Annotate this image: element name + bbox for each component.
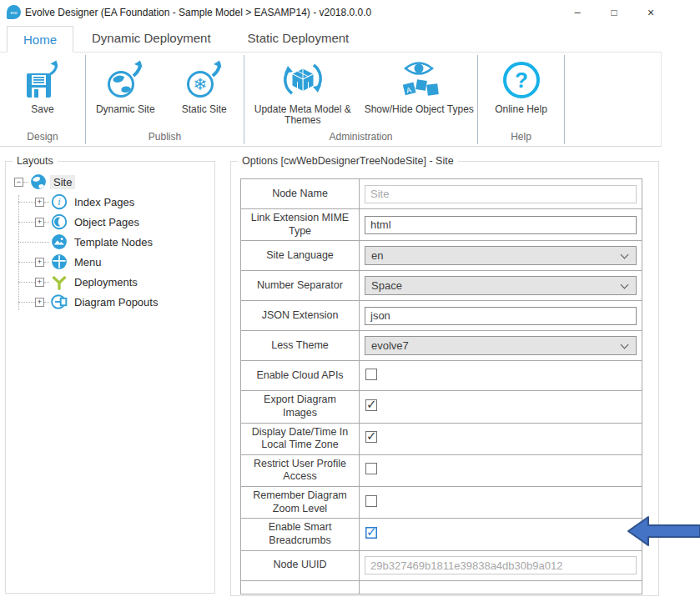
option-value-cell bbox=[360, 179, 642, 209]
ribbon-button-label: Save bbox=[28, 104, 57, 115]
enable-smart-breadcrumbs-checkbox[interactable]: ✓ bbox=[365, 527, 377, 539]
option-value-cell bbox=[360, 580, 642, 594]
close-button[interactable]: × bbox=[637, 2, 664, 23]
tree-expander-expand-icon[interactable]: + bbox=[35, 298, 44, 307]
display-date-time-in-local-time-zone-checkbox[interactable]: ✓ bbox=[365, 431, 377, 443]
show-hide-object-types-button[interactable]: AShow/Hide Object Types bbox=[361, 55, 478, 129]
dynamic-site-button[interactable]: Dynamic Site bbox=[86, 55, 165, 129]
tab-static-deployment[interactable]: Static Deployment bbox=[229, 25, 368, 52]
tab-home[interactable]: Home bbox=[7, 26, 73, 53]
option-label: Enable Cloud APIs bbox=[241, 361, 360, 391]
options-row-restrict-user-profile-access: Restrict User Profile Access✓ bbox=[241, 454, 642, 486]
options-panel-title: Options [cwWebDesignerTreeNodeSite] - Si… bbox=[238, 155, 458, 167]
tab-dynamic-deployment[interactable]: Dynamic Deployment bbox=[73, 25, 229, 52]
option-value-cell bbox=[360, 209, 642, 241]
options-row-remember-diagram-zoom-level: Remember Diagram Zoom Level✓ bbox=[241, 487, 642, 519]
option-label: Number Separator bbox=[241, 271, 360, 301]
options-row-link-extension-mime-type: Link Extension MIME Type bbox=[241, 209, 642, 241]
tree-expander-expand-icon[interactable]: + bbox=[35, 198, 44, 207]
tree-connector bbox=[44, 282, 49, 283]
json-extension-input[interactable] bbox=[365, 307, 637, 325]
static-site-button[interactable]: ❄Static Site bbox=[165, 55, 244, 129]
tree-connector bbox=[18, 262, 35, 263]
ribbon-button-label: Static Site bbox=[179, 104, 230, 115]
options-row-less-theme: Less Themeevolve7 bbox=[241, 331, 642, 361]
online-help-button[interactable]: ?Online Help bbox=[478, 55, 564, 129]
minimize-button[interactable]: – bbox=[564, 2, 591, 23]
tree-expander-collapse-icon[interactable]: − bbox=[14, 178, 23, 187]
tree-item-template-nodes[interactable]: Template Nodes bbox=[6, 232, 214, 252]
ribbon-group-design: SaveDesign bbox=[0, 55, 86, 144]
tree-connector bbox=[18, 302, 35, 303]
tree-expander-expand-icon[interactable]: + bbox=[35, 278, 44, 287]
tree-item-label: Menu bbox=[71, 255, 105, 269]
option-value-cell: en bbox=[360, 241, 642, 271]
options-row-site-language: Site Languageen bbox=[241, 241, 642, 271]
tree-item-object-pages[interactable]: +Object Pages bbox=[6, 212, 214, 232]
link-extension-mime-type-input[interactable] bbox=[365, 216, 637, 234]
maximize-button[interactable]: □ bbox=[601, 2, 627, 23]
option-label: Restrict User Profile Access bbox=[241, 454, 360, 486]
tree-item-label: Diagram Popouts bbox=[71, 295, 161, 309]
option-value-cell: ✓ bbox=[360, 519, 642, 550]
options-row-display-date-time-in-local-time-zone: Display Date/Time In Local Time Zone✓ bbox=[241, 423, 642, 454]
options-row-enable-cloud-apis: Enable Cloud APIs✓ bbox=[241, 361, 642, 391]
node-name-input[interactable] bbox=[365, 185, 637, 203]
option-value-cell bbox=[360, 301, 642, 331]
tree-item-site[interactable]: −Site bbox=[6, 172, 214, 192]
tree-connector bbox=[44, 302, 49, 303]
layouts-tree: −Site+iIndex Pages+Object PagesTemplate … bbox=[6, 162, 214, 312]
tree-expander-expand-icon[interactable]: + bbox=[35, 218, 44, 227]
export-diagram-images-checkbox[interactable]: ✓ bbox=[365, 399, 377, 411]
option-label: Display Date/Time In Local Time Zone bbox=[241, 423, 360, 454]
node-uuid-input[interactable] bbox=[365, 556, 637, 574]
number-separator-select[interactable]: Space bbox=[365, 276, 637, 295]
options-row-enable-smart-breadcrumbs: Enable Smart Breadcrumbs✓ bbox=[241, 519, 642, 550]
option-label: Enable Smart Breadcrumbs bbox=[241, 519, 360, 550]
menu-icon bbox=[51, 253, 68, 270]
remember-diagram-zoom-level-checkbox[interactable]: ✓ bbox=[365, 495, 377, 507]
svg-text:?: ? bbox=[515, 68, 528, 93]
option-value-cell: ✓ bbox=[360, 487, 642, 519]
tree-expander-expand-icon[interactable]: + bbox=[35, 258, 44, 267]
globe-upload-icon bbox=[106, 57, 144, 100]
tree-item-menu[interactable]: +Menu bbox=[6, 252, 214, 272]
site-language-select[interactable]: en bbox=[365, 246, 637, 265]
tree-connector bbox=[18, 242, 49, 243]
deployments-icon bbox=[51, 273, 68, 290]
tree-connector bbox=[44, 222, 49, 223]
checkmark-icon: ✓ bbox=[366, 429, 377, 444]
floppy-save-icon bbox=[24, 57, 61, 100]
ribbon-tab-bar: HomeDynamic DeploymentStatic Deployment bbox=[0, 25, 662, 53]
ribbon-button-label: Online Help bbox=[491, 104, 551, 115]
restrict-user-profile-access-checkbox[interactable]: ✓ bbox=[365, 463, 377, 474]
options-row bbox=[241, 580, 642, 594]
tree-item-label: Site bbox=[50, 175, 75, 189]
option-value-cell: ✓ bbox=[360, 454, 642, 486]
object-pages-icon bbox=[51, 213, 68, 230]
ribbon-button-label: Show/Hide Object Types bbox=[361, 104, 477, 115]
ribbon-group-help: ?Online HelpHelp bbox=[478, 55, 565, 144]
tree-item-label: Template Nodes bbox=[71, 235, 156, 249]
tree-item-deployments[interactable]: +Deployments bbox=[6, 272, 214, 292]
option-label: Site Language bbox=[241, 241, 360, 271]
save-button[interactable]: Save bbox=[0, 55, 85, 129]
tree-item-index-pages[interactable]: +iIndex Pages bbox=[6, 192, 214, 212]
tree-connector bbox=[18, 282, 35, 283]
layouts-panel: Layouts −Site+iIndex Pages+Object PagesT… bbox=[5, 161, 215, 594]
less-theme-select[interactable]: evolve7 bbox=[365, 336, 637, 355]
options-row-number-separator: Number SeparatorSpace bbox=[241, 271, 642, 301]
select-value: Space bbox=[371, 279, 402, 292]
enable-cloud-apis-checkbox[interactable]: ✓ bbox=[365, 369, 377, 380]
option-value-cell: Space bbox=[360, 271, 642, 301]
tree-connector bbox=[18, 202, 35, 203]
options-row-node-name: Node Name bbox=[241, 179, 642, 209]
option-label: Export Diagram Images bbox=[241, 391, 360, 423]
ribbon: SaveDesignDynamic Site❄Static SitePublis… bbox=[0, 53, 662, 147]
tree-item-label: Index Pages bbox=[71, 195, 138, 209]
update-meta-model-themes-button[interactable]: Update Meta Model & Themes bbox=[244, 55, 361, 129]
svg-text:i: i bbox=[58, 196, 61, 208]
options-panel: Options [cwWebDesignerTreeNodeSite] - Si… bbox=[230, 161, 659, 596]
tree-item-diagram-popouts[interactable]: +Diagram Popouts bbox=[6, 292, 214, 312]
ribbon-group-label: Administration bbox=[244, 129, 477, 144]
